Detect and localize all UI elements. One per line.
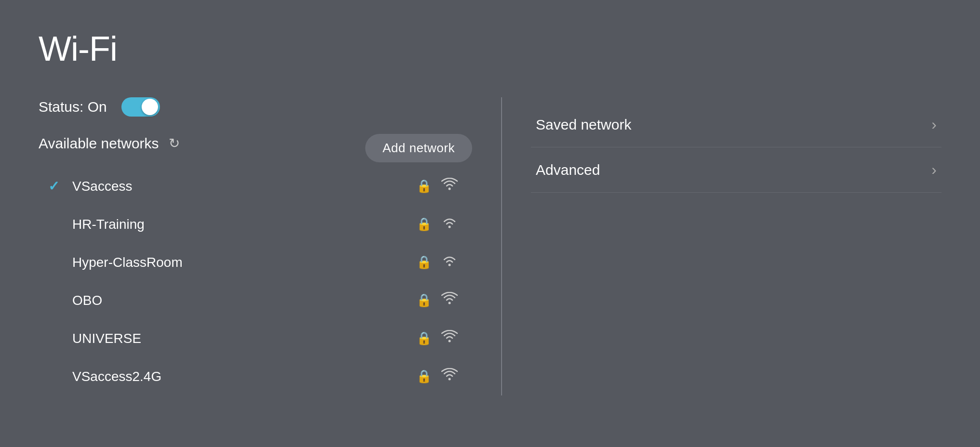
left-panel: Status: On Available networks ↻ Add netw… (39, 97, 472, 395)
network-name: VSaccess2.4G (72, 369, 416, 384)
saved-network-label: Saved network (536, 117, 631, 133)
wifi-icon (441, 330, 458, 347)
networks-and-add-row: Available networks ↻ Add network (39, 134, 472, 162)
network-list: ✓ VSaccess 🔒 (39, 167, 472, 395)
network-name: OBO (72, 293, 416, 308)
chevron-right-icon: › (931, 161, 937, 179)
connected-check-icon: ✓ (48, 178, 72, 194)
lock-icon: 🔒 (416, 179, 432, 194)
network-name: HR-Training (72, 217, 416, 232)
page-container: Wi-Fi Status: On Available networks ↻ Ad… (0, 0, 980, 447)
network-icons: 🔒 (416, 178, 458, 195)
wifi-icon (441, 292, 458, 309)
svg-point-3 (449, 302, 451, 304)
lock-icon: 🔒 (416, 331, 432, 346)
lock-icon: 🔒 (416, 217, 432, 232)
advanced-menu-item[interactable]: Advanced › (531, 147, 941, 193)
network-name: Hyper-ClassRoom (72, 255, 416, 270)
network-item[interactable]: HR-Training 🔒 (39, 205, 472, 243)
available-networks-label: Available networks (39, 135, 159, 152)
svg-point-1 (449, 226, 451, 228)
toggle-thumb (142, 99, 158, 115)
lock-icon: 🔒 (416, 255, 432, 270)
svg-point-4 (449, 340, 451, 342)
refresh-icon[interactable]: ↻ (169, 135, 180, 151)
advanced-label: Advanced (536, 162, 600, 178)
wifi-icon (441, 254, 458, 271)
wifi-toggle[interactable] (121, 97, 160, 117)
network-name: VSaccess (72, 179, 416, 194)
network-item[interactable]: UNIVERSE 🔒 (39, 319, 472, 357)
network-icons: 🔒 (416, 216, 458, 233)
status-label: Status: On (39, 99, 107, 115)
available-networks-row: Available networks ↻ (39, 135, 180, 152)
network-item[interactable]: ✓ VSaccess 🔒 (39, 167, 472, 205)
wifi-icon (441, 216, 458, 233)
saved-network-menu-item[interactable]: Saved network › (531, 102, 941, 147)
svg-point-2 (449, 264, 451, 266)
right-panel: Saved network › Advanced › (531, 97, 941, 193)
network-item[interactable]: OBO 🔒 (39, 281, 472, 319)
wifi-icon (441, 368, 458, 385)
network-item[interactable]: VSaccess2.4G 🔒 (39, 357, 472, 395)
network-icons: 🔒 (416, 330, 458, 347)
add-network-button[interactable]: Add network (365, 134, 472, 162)
chevron-right-icon: › (931, 116, 937, 133)
network-icons: 🔒 (416, 254, 458, 271)
svg-point-0 (449, 188, 451, 190)
svg-point-5 (449, 378, 451, 381)
network-icons: 🔒 (416, 292, 458, 309)
lock-icon: 🔒 (416, 369, 432, 384)
page-title: Wi-Fi (39, 29, 941, 68)
network-item[interactable]: Hyper-ClassRoom 🔒 (39, 243, 472, 281)
vertical-divider (501, 97, 502, 395)
lock-icon: 🔒 (416, 293, 432, 308)
wifi-icon (441, 178, 458, 195)
network-name: UNIVERSE (72, 331, 416, 346)
network-icons: 🔒 (416, 368, 458, 385)
content-area: Status: On Available networks ↻ Add netw… (39, 97, 941, 395)
status-row: Status: On (39, 97, 472, 117)
